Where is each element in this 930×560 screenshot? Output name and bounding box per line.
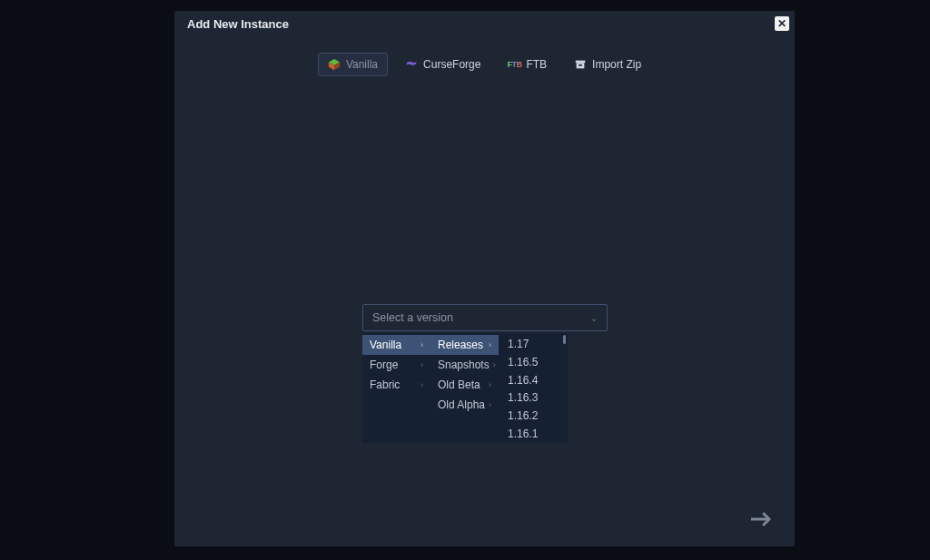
tab-ftb[interactable]: FTB FTB [498, 53, 557, 76]
version-select-wrap: Select a version ⌄ [362, 304, 608, 331]
chevron-right-icon: › [489, 380, 491, 389]
cube-icon [328, 58, 341, 71]
version-select[interactable]: Select a version ⌄ [362, 304, 608, 331]
loader-item-fabric[interactable]: Fabric › [362, 375, 430, 395]
version-item[interactable]: 1.16.5 [499, 353, 568, 371]
tab-label: CurseForge [423, 58, 480, 71]
tab-label: Import Zip [592, 58, 641, 71]
modal-titlebar: Add New Instance ✕ [174, 11, 795, 36]
version-label: 1.16.3 [508, 391, 538, 404]
version-item[interactable]: 1.16.3 [499, 388, 568, 407]
modal-title: Add New Instance [187, 17, 289, 31]
chevron-right-icon: › [489, 340, 491, 349]
svg-rect-3 [576, 61, 586, 64]
loader-item-vanilla[interactable]: Vanilla › [362, 335, 430, 355]
version-item[interactable]: 1.17 [499, 335, 568, 353]
channel-label: Snapshots [438, 359, 490, 371]
tab-label: FTB [526, 58, 547, 71]
source-tabs: Vanilla CurseForge FTB FTB Import Zip [174, 53, 795, 76]
version-item[interactable]: 1.16.1 [499, 425, 568, 443]
curseforge-icon [405, 58, 418, 71]
version-label: 1.16.5 [508, 356, 538, 368]
chevron-down-icon: ⌄ [590, 313, 598, 323]
version-select-placeholder: Select a version [372, 311, 453, 324]
version-label: 1.16.2 [508, 409, 538, 422]
tab-import-zip[interactable]: Import Zip [564, 53, 651, 76]
version-item[interactable]: 1.16.2 [499, 407, 568, 425]
channel-label: Old Beta [438, 378, 480, 391]
channel-item-releases[interactable]: Releases › [430, 335, 499, 355]
tab-vanilla[interactable]: Vanilla [318, 53, 388, 76]
version-label: 1.16.4 [508, 374, 538, 387]
tab-label: Vanilla [346, 58, 378, 71]
next-button[interactable] [751, 512, 773, 530]
channel-item-old-alpha[interactable]: Old Alpha › [430, 395, 499, 415]
arrow-right-icon [751, 514, 773, 529]
chevron-right-icon: › [420, 340, 423, 349]
channel-item-old-beta[interactable]: Old Beta › [430, 375, 499, 395]
scrollbar-thumb[interactable] [563, 335, 566, 344]
version-item[interactable]: 1.16.4 [499, 371, 568, 389]
chevron-right-icon: › [420, 380, 423, 389]
close-button[interactable]: ✕ [775, 16, 789, 31]
close-icon: ✕ [777, 17, 787, 30]
loader-item-forge[interactable]: Forge › [362, 355, 430, 375]
channel-item-snapshots[interactable]: Snapshots › [430, 355, 499, 375]
loader-column: Vanilla › Forge › Fabric › [362, 333, 430, 443]
tab-curseforge[interactable]: CurseForge [395, 53, 490, 76]
version-dropdown: Vanilla › Forge › Fabric › Releases › Sn… [362, 333, 568, 443]
channel-label: Old Alpha [438, 398, 485, 411]
archive-icon [574, 58, 587, 71]
svg-rect-5 [579, 64, 582, 66]
loader-label: Vanilla [370, 339, 401, 351]
version-label: 1.17 [508, 338, 529, 350]
chevron-right-icon: › [420, 360, 423, 369]
channel-column: Releases › Snapshots › Old Beta › Old Al… [430, 333, 499, 443]
version-label: 1.16.1 [508, 427, 538, 440]
version-column[interactable]: 1.17 1.16.5 1.16.4 1.16.3 1.16.2 1.16.1 [499, 333, 568, 443]
chevron-right-icon: › [489, 400, 491, 409]
chevron-right-icon: › [493, 360, 496, 369]
loader-label: Fabric [370, 378, 400, 391]
add-instance-modal: Add New Instance ✕ Vanilla CurseForge FT… [174, 11, 795, 546]
channel-label: Releases [438, 339, 483, 351]
loader-label: Forge [370, 359, 398, 371]
ftb-icon: FTB [508, 58, 520, 71]
